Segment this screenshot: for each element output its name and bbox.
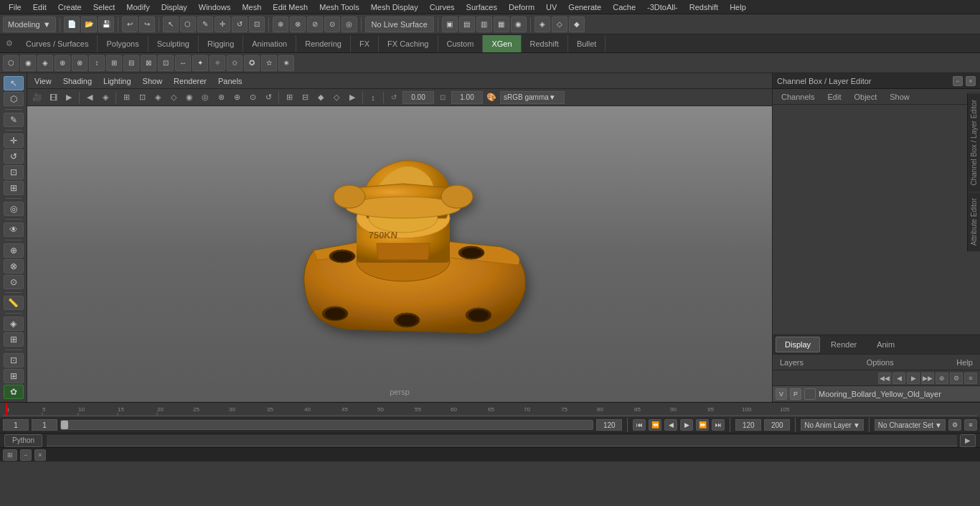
dr-tab-anim[interactable]: Anim: [867, 337, 904, 352]
snap-btn[interactable]: ⊕: [273, 17, 288, 32]
menu-curves[interactable]: Curves: [424, 1, 461, 13]
dr-tab-display[interactable]: Display: [776, 337, 820, 352]
extra1-btn[interactable]: ◈: [534, 17, 550, 32]
layers-prev-btn[interactable]: ◀: [892, 373, 905, 384]
viewport-menu-show[interactable]: Show: [140, 75, 166, 87]
grid-btn[interactable]: ⊞: [4, 332, 24, 347]
dr-tab-render[interactable]: Render: [821, 337, 866, 352]
menu-windows[interactable]: Windows: [193, 1, 237, 13]
rotate-tool-btn[interactable]: ↺: [232, 17, 248, 32]
xgen-tool2[interactable]: ◉: [20, 55, 36, 71]
xgen-tool8[interactable]: ⊟: [123, 55, 139, 71]
render1-btn[interactable]: ▣: [442, 17, 458, 32]
menu-surfaces[interactable]: Surfaces: [461, 1, 503, 13]
live-surface-btn[interactable]: No Live Surface: [365, 17, 434, 32]
xgen-tool5[interactable]: ⊗: [72, 55, 88, 71]
vp-shade2-btn[interactable]: ◈: [151, 90, 165, 105]
layers-settings-btn[interactable]: ⚙: [950, 373, 963, 384]
play-back-btn[interactable]: ◀: [664, 419, 677, 431]
layers-extra-btn[interactable]: ≡: [964, 373, 977, 384]
timeline-start-input[interactable]: [3, 419, 29, 431]
script-input[interactable]: [47, 435, 957, 446]
select-tool-btn[interactable]: ↖: [163, 17, 179, 32]
script-run-btn[interactable]: ▶: [960, 434, 976, 447]
vp-snap4-btn[interactable]: ◇: [329, 90, 344, 105]
soft-select-btn[interactable]: ◎: [4, 202, 24, 216]
vp-colorspace-dropdown[interactable]: sRGB gamma ▼: [500, 91, 565, 104]
tab-settings-btn[interactable]: ⚙: [1, 36, 17, 52]
vp-iso-btn[interactable]: ↕: [366, 90, 380, 105]
xgen-tool10[interactable]: ⊡: [158, 55, 174, 71]
render2-btn[interactable]: ▤: [459, 17, 475, 32]
tab-animation[interactable]: Animation: [243, 35, 296, 52]
new-scene-btn[interactable]: 📄: [64, 17, 80, 32]
snap4-btn[interactable]: ⊙: [324, 17, 340, 32]
vp-wire-btn[interactable]: ◇: [166, 90, 181, 105]
char-set-settings-btn[interactable]: ⚙: [948, 419, 961, 431]
vp-snap5-btn[interactable]: ▶: [345, 90, 359, 105]
anim-layer-dropdown[interactable]: No Anim Layer ▼: [801, 419, 864, 431]
xgen-tool14[interactable]: ✩: [227, 55, 242, 71]
panel-close-btn[interactable]: ×: [966, 76, 976, 86]
menu-display[interactable]: Display: [156, 1, 193, 13]
cb-tab-object[interactable]: Object: [848, 91, 882, 103]
win-minimize-btn[interactable]: −: [20, 449, 32, 461]
xgen-icon-btn[interactable]: ✿: [4, 385, 24, 399]
viewport-menu-panels[interactable]: Panels: [215, 75, 245, 87]
layer-color-swatch[interactable]: [804, 388, 816, 400]
layers-move-down-btn[interactable]: ▶▶: [921, 373, 934, 384]
xgen-tool4[interactable]: ⊕: [55, 55, 70, 71]
xgen-tool7[interactable]: ⊞: [106, 55, 122, 71]
extra2-btn[interactable]: ◇: [552, 17, 567, 32]
menu-file[interactable]: File: [3, 1, 27, 13]
viewport-menu-shading[interactable]: Shading: [60, 75, 95, 87]
menu-mesh-display[interactable]: Mesh Display: [365, 1, 424, 13]
redo-btn[interactable]: ↪: [139, 17, 155, 32]
vp-film2-btn[interactable]: ▶: [62, 90, 76, 105]
xgen-tool11[interactable]: ↔: [175, 55, 191, 71]
vp-shade7-btn[interactable]: ↺: [261, 90, 275, 105]
layer-playback-btn[interactable]: P: [790, 388, 801, 400]
menu-uv[interactable]: UV: [540, 1, 562, 13]
xgen-tool16[interactable]: ✫: [261, 55, 277, 71]
tab-polygons[interactable]: Polygons: [98, 35, 148, 52]
move-mode-btn[interactable]: ✛: [4, 133, 24, 148]
xgen-tool13[interactable]: ✧: [209, 55, 225, 71]
snap2-btn[interactable]: ⊗: [290, 17, 306, 32]
menu-3dtall[interactable]: -3DtoAll-: [641, 1, 684, 13]
timeline-end-input[interactable]: [735, 419, 761, 431]
panel-minimize-btn[interactable]: −: [953, 76, 963, 86]
vp-film-btn[interactable]: 🎞: [46, 90, 60, 105]
layers-move-up-btn[interactable]: ◀◀: [878, 373, 891, 384]
go-start-btn[interactable]: ⏮: [633, 419, 646, 431]
play-fwd-btn[interactable]: ▶: [680, 419, 693, 431]
viewport-menu-view[interactable]: View: [32, 75, 55, 87]
snap-grid-btn[interactable]: ⊗: [4, 259, 24, 273]
menu-edit[interactable]: Edit: [27, 1, 52, 13]
universal-btn[interactable]: ⊞: [4, 181, 24, 195]
snap5-btn[interactable]: ◎: [341, 17, 357, 32]
menu-modify[interactable]: Modify: [121, 1, 155, 13]
open-scene-btn[interactable]: 📂: [81, 17, 97, 32]
snap-curve-btn[interactable]: ⊙: [4, 275, 24, 289]
tab-xgen[interactable]: XGen: [483, 35, 521, 52]
show-manip-btn[interactable]: 👁: [4, 222, 24, 237]
vp-prev-btn[interactable]: ◀: [83, 90, 97, 105]
tab-fx[interactable]: FX: [351, 35, 379, 52]
layer-visibility-btn[interactable]: V: [776, 388, 787, 400]
vp-shade3-btn[interactable]: ◎: [198, 90, 212, 105]
xgen-tool1[interactable]: ⬡: [3, 55, 19, 71]
lasso-tool-btn[interactable]: ⬡: [180, 17, 196, 32]
snap3-btn[interactable]: ⊘: [307, 17, 323, 32]
viewport-menu-renderer[interactable]: Renderer: [171, 75, 209, 87]
vp-xray2-btn[interactable]: ◉: [182, 90, 197, 105]
tab-fx-caching[interactable]: FX Caching: [379, 35, 438, 52]
step-fwd-btn[interactable]: ⏩: [696, 419, 709, 431]
save-scene-btn[interactable]: 💾: [98, 17, 114, 32]
timeline-max-input[interactable]: [764, 419, 790, 431]
step-back-btn[interactable]: ⏪: [649, 419, 661, 431]
vp-scale-input[interactable]: [451, 91, 483, 104]
xgen-tool3[interactable]: ◈: [37, 55, 53, 71]
menu-generate[interactable]: Generate: [562, 1, 607, 13]
win-close-btn[interactable]: ×: [34, 449, 46, 461]
